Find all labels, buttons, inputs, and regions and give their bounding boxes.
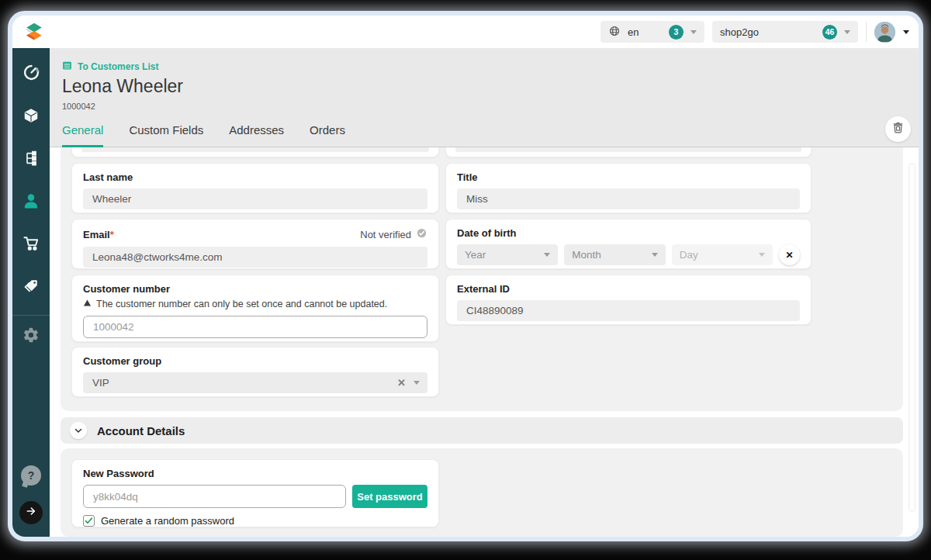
- sidebar-item-orders[interactable]: [12, 223, 50, 266]
- date-of-birth-label: Date of birth: [457, 227, 800, 239]
- day-select[interactable]: Day: [672, 244, 773, 265]
- chevron-down-icon: [414, 381, 420, 385]
- required-asterisk: *: [110, 229, 114, 240]
- tab-addresses[interactable]: Addresses: [229, 123, 284, 147]
- customer-number-input[interactable]: [83, 316, 427, 338]
- external-id-label: External ID: [457, 283, 800, 295]
- project-badge: 46: [822, 25, 837, 40]
- generate-password-checkbox[interactable]: [83, 515, 95, 527]
- external-id-field[interactable]: CI48890089: [457, 300, 800, 321]
- question-mark-icon: ?: [28, 469, 35, 482]
- clear-group-icon[interactable]: ✕: [397, 377, 406, 389]
- breadcrumb-label: To Customers List: [78, 61, 158, 72]
- trash-icon: [891, 121, 905, 137]
- last-name-field[interactable]: Wheeler: [83, 188, 427, 209]
- person-icon: [22, 192, 40, 213]
- title-card: Title Miss: [445, 163, 812, 213]
- chevron-down-icon: [690, 30, 697, 34]
- email-card: Email* Not verified: [71, 219, 439, 269]
- tab-orders[interactable]: Orders: [310, 123, 345, 147]
- new-password-card: New Password Set password Generate a ran…: [71, 459, 439, 527]
- account-details-section: New Password Set password Generate a ran…: [61, 448, 903, 537]
- user-menu-caret-icon[interactable]: [903, 30, 909, 34]
- external-id-card: External ID CI48890089: [445, 275, 812, 325]
- sidebar-bottom: ?: [19, 465, 43, 524]
- email-status: Not verified: [360, 227, 427, 241]
- general-section: Last name Wheeler Title Miss Email* Not: [61, 147, 903, 411]
- expand-sidebar-button[interactable]: [19, 501, 43, 524]
- chevron-down-icon: [844, 30, 850, 34]
- content-body: Last name Wheeler Title Miss Email* Not: [50, 147, 919, 537]
- globe-icon: [608, 25, 621, 40]
- topbar-controls: en 3 shop2go 46: [600, 21, 909, 43]
- customer-number-label: Customer number: [83, 283, 427, 295]
- sidebar-item-customers[interactable]: [12, 181, 50, 223]
- sidebar-nav: ?: [12, 48, 50, 537]
- email-label: Email*: [83, 229, 114, 240]
- language-select[interactable]: en 3: [600, 21, 704, 43]
- section-title: Account Details: [97, 424, 185, 437]
- chevron-down-icon: [544, 253, 550, 257]
- customer-group-label: Customer group: [83, 355, 427, 367]
- delete-customer-button[interactable]: [885, 116, 911, 142]
- verified-check-icon: [416, 227, 427, 241]
- month-select[interactable]: Month: [564, 244, 665, 265]
- account-details-header[interactable]: Account Details: [61, 417, 903, 444]
- tab-custom-fields[interactable]: Custom Fields: [129, 123, 203, 147]
- not-verified-label: Not verified: [360, 229, 411, 240]
- tab-bar: General Custom Fields Addresses Orders: [62, 123, 345, 147]
- chevron-down-icon: [759, 253, 765, 257]
- clipped-card: [445, 147, 812, 157]
- warning-triangle-icon: [83, 299, 92, 309]
- new-password-label: New Password: [83, 468, 427, 479]
- scrollbar[interactable]: [909, 163, 915, 512]
- generate-password-label: Generate a random password: [101, 515, 234, 527]
- last-name-label: Last name: [83, 171, 427, 183]
- sidebar-item-products[interactable]: [12, 95, 50, 138]
- tags-icon: [22, 278, 40, 298]
- chevron-down-icon: [652, 253, 658, 257]
- clear-date-button[interactable]: ✕: [779, 244, 800, 265]
- help-button[interactable]: ?: [21, 465, 41, 486]
- tab-general[interactable]: General: [62, 123, 103, 147]
- year-select[interactable]: Year: [457, 244, 558, 265]
- cart-icon: [22, 234, 40, 255]
- commercetools-logo-icon[interactable]: [24, 22, 44, 42]
- project-value: shop2go: [720, 26, 815, 38]
- sidebar-item-categories[interactable]: [12, 138, 50, 181]
- customer-group-value: VIP: [92, 377, 397, 389]
- set-password-button[interactable]: Set password: [352, 485, 427, 508]
- customer-number-card: Customer number The customer number can …: [71, 275, 439, 342]
- customer-id: 1000042: [62, 102, 95, 111]
- gear-icon: [22, 327, 40, 347]
- project-select[interactable]: shop2go 46: [712, 21, 858, 43]
- arrow-right-icon: [25, 505, 37, 520]
- language-badge: 3: [669, 25, 684, 40]
- page-header: To Customers List Leona Wheeler 1000042 …: [50, 48, 919, 147]
- main-area: To Customers List Leona Wheeler 1000042 …: [50, 48, 919, 537]
- title-field[interactable]: Miss: [457, 188, 800, 209]
- sidebar-item-dashboard[interactable]: [12, 53, 50, 95]
- sidebar-item-settings[interactable]: [12, 320, 50, 353]
- new-password-input[interactable]: [83, 485, 346, 508]
- app-window: en 3 shop2go 46: [8, 11, 923, 541]
- title-label: Title: [457, 171, 800, 183]
- customer-number-warning: The customer number can only be set once…: [83, 299, 427, 309]
- email-field[interactable]: Leona48@ctworks4me.com: [83, 247, 427, 268]
- gauge-icon: [22, 64, 40, 85]
- divider: [866, 22, 867, 42]
- collapse-section-button[interactable]: [70, 422, 87, 439]
- customer-group-select[interactable]: VIP ✕: [83, 372, 427, 393]
- clipped-card: [71, 147, 439, 157]
- sidebar-item-discounts[interactable]: [12, 266, 50, 309]
- breadcrumb[interactable]: To Customers List: [62, 60, 158, 73]
- date-of-birth-card: Date of birth Year Month Day ✕: [445, 219, 812, 269]
- page-title: Leona Wheeler: [62, 76, 183, 97]
- last-name-card: Last name Wheeler: [71, 163, 439, 213]
- list-icon: [62, 60, 72, 73]
- customer-group-card: Customer group VIP ✕: [71, 347, 439, 397]
- top-bar: en 3 shop2go 46: [12, 16, 919, 48]
- sidebar-divider: [12, 315, 50, 316]
- user-avatar[interactable]: [874, 22, 895, 43]
- screenshot-root: en 3 shop2go 46: [0, 0, 931, 560]
